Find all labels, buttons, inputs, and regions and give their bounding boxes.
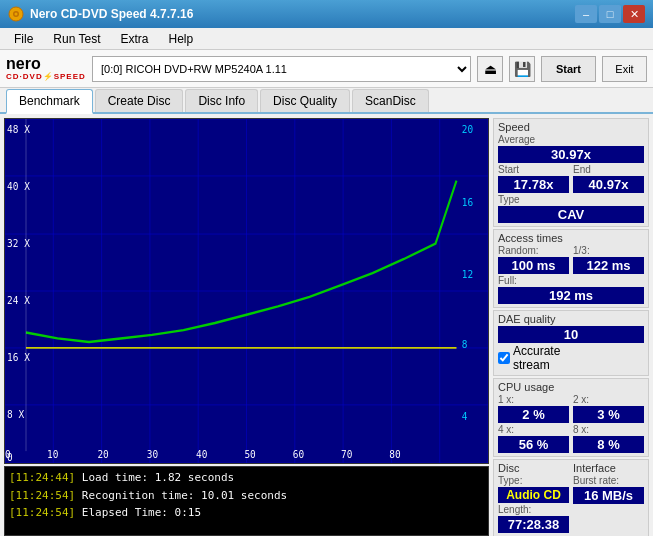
disc-header: Disc [498, 462, 569, 474]
disc-type-label: Type: [498, 475, 569, 486]
minimize-button[interactable]: – [575, 5, 597, 23]
svg-text:8: 8 [462, 338, 468, 350]
cpu-2x-label: 2 x: [573, 394, 644, 405]
svg-text:50: 50 [244, 449, 255, 461]
end-value: 40.97x [573, 176, 644, 193]
tabs: BenchmarkCreate DiscDisc InfoDisc Qualit… [0, 88, 653, 114]
dae-value: 10 [498, 326, 644, 343]
app-icon [8, 6, 24, 22]
dae-header: DAE quality [498, 313, 644, 325]
burst-value: 16 MB/s [573, 487, 644, 504]
accurate-label: Accuratestream [513, 344, 560, 372]
save-button[interactable]: 💾 [509, 56, 535, 82]
cpu-1x-label: 1 x: [498, 394, 569, 405]
burst-label: Burst rate: [573, 475, 644, 486]
average-value: 30.97x [498, 146, 644, 163]
access-section: Access times Random: 100 ms 1/3: 122 ms … [493, 229, 649, 308]
svg-text:16 X: 16 X [7, 351, 30, 363]
svg-text:30: 30 [147, 449, 158, 461]
interface-header: Interface [573, 462, 644, 474]
disc-type-value: Audio CD [498, 487, 569, 503]
tab-benchmark[interactable]: Benchmark [6, 89, 93, 114]
accurate-stream-checkbox[interactable] [498, 352, 510, 364]
end-label: End [573, 164, 644, 175]
cpu-8x-value: 8 % [573, 436, 644, 453]
chart-svg: 48 X 40 X 32 X 24 X 16 X 8 X 0 20 16 12 … [5, 119, 488, 463]
average-label: Average [498, 134, 644, 145]
type-value: CAV [498, 206, 644, 223]
svg-text:70: 70 [341, 449, 352, 461]
menu-item-run-test[interactable]: Run Test [45, 30, 108, 48]
toolbar: nero CD·DVD⚡SPEED [0:0] RICOH DVD+RW MP5… [0, 50, 653, 88]
maximize-button[interactable]: □ [599, 5, 621, 23]
start-value: 17.78x [498, 176, 569, 193]
svg-text:20: 20 [462, 124, 473, 136]
dae-section: DAE quality 10 Accuratestream [493, 310, 649, 376]
svg-text:32 X: 32 X [7, 238, 30, 250]
svg-text:4: 4 [462, 411, 468, 423]
accurate-stream-row: Accuratestream [498, 344, 644, 372]
svg-text:12: 12 [462, 268, 473, 280]
drive-select[interactable]: [0:0] RICOH DVD+RW MP5240A 1.11 [92, 56, 471, 82]
full-label: Full: [498, 275, 644, 286]
nero-logo: nero CD·DVD⚡SPEED [6, 54, 86, 84]
cpu-1x-value: 2 % [498, 406, 569, 423]
main-content: 48 X 40 X 32 X 24 X 16 X 8 X 0 20 16 12 … [0, 114, 653, 536]
svg-text:48 X: 48 X [7, 124, 30, 136]
cpu-header: CPU usage [498, 381, 644, 393]
right-panel: Speed Average 30.97x Start 17.78x End 40… [493, 114, 653, 536]
log-line: [11:24:44] Load time: 1.82 seconds [9, 469, 484, 487]
cpu-4x-value: 56 % [498, 436, 569, 453]
speed-header: Speed [498, 121, 644, 133]
log-line: [11:24:54] Elapsed Time: 0:15 [9, 504, 484, 522]
exit-button[interactable]: Exit [602, 56, 647, 82]
svg-text:16: 16 [462, 196, 473, 208]
menu-item-file[interactable]: File [6, 30, 41, 48]
menu-item-help[interactable]: Help [161, 30, 202, 48]
log-line: [11:24:54] Recognition time: 10.01 secon… [9, 487, 484, 505]
one-third-label: 1/3: [573, 245, 644, 256]
logo-bottom: CD·DVD⚡SPEED [6, 72, 86, 81]
close-button[interactable]: ✕ [623, 5, 645, 23]
log-area[interactable]: [11:24:44] Load time: 1.82 seconds[11:24… [4, 466, 489, 536]
type-label: Type [498, 194, 644, 205]
start-label: Start [498, 164, 569, 175]
svg-text:60: 60 [293, 449, 304, 461]
cpu-2x-value: 3 % [573, 406, 644, 423]
eject-button[interactable]: ⏏ [477, 56, 503, 82]
logo-top: nero [6, 56, 86, 72]
access-header: Access times [498, 232, 644, 244]
chart-area: 48 X 40 X 32 X 24 X 16 X 8 X 0 20 16 12 … [0, 114, 493, 536]
svg-text:40 X: 40 X [7, 181, 30, 193]
tab-disc-info[interactable]: Disc Info [185, 89, 258, 112]
svg-text:0: 0 [5, 449, 11, 461]
titlebar-controls: – □ ✕ [575, 5, 645, 23]
titlebar: Nero CD-DVD Speed 4.7.7.16 – □ ✕ [0, 0, 653, 28]
svg-text:10: 10 [47, 449, 58, 461]
svg-text:8 X: 8 X [7, 408, 24, 420]
one-third-value: 122 ms [573, 257, 644, 274]
start-button[interactable]: Start [541, 56, 596, 82]
speed-section: Speed Average 30.97x Start 17.78x End 40… [493, 118, 649, 227]
svg-point-2 [15, 13, 18, 16]
cpu-section: CPU usage 1 x: 2 % 4 x: 56 % 2 x: 3 % 8 … [493, 378, 649, 457]
disc-length-label: Length: [498, 504, 569, 515]
menubar: FileRun TestExtraHelp [0, 28, 653, 50]
tab-create-disc[interactable]: Create Disc [95, 89, 184, 112]
chart-wrapper: 48 X 40 X 32 X 24 X 16 X 8 X 0 20 16 12 … [4, 118, 489, 464]
random-value: 100 ms [498, 257, 569, 274]
svg-text:24 X: 24 X [7, 295, 30, 307]
titlebar-title: Nero CD-DVD Speed 4.7.7.16 [30, 7, 193, 21]
svg-text:40: 40 [196, 449, 207, 461]
menu-item-extra[interactable]: Extra [112, 30, 156, 48]
tab-disc-quality[interactable]: Disc Quality [260, 89, 350, 112]
random-label: Random: [498, 245, 569, 256]
disc-section: Disc Type: Audio CD Length: 77:28.38 Int… [493, 459, 649, 536]
cpu-8x-label: 8 x: [573, 424, 644, 435]
titlebar-left: Nero CD-DVD Speed 4.7.7.16 [8, 6, 193, 22]
tab-scandisc[interactable]: ScanDisc [352, 89, 429, 112]
disc-length-value: 77:28.38 [498, 516, 569, 533]
svg-text:80: 80 [389, 449, 400, 461]
cpu-4x-label: 4 x: [498, 424, 569, 435]
full-value: 192 ms [498, 287, 644, 304]
